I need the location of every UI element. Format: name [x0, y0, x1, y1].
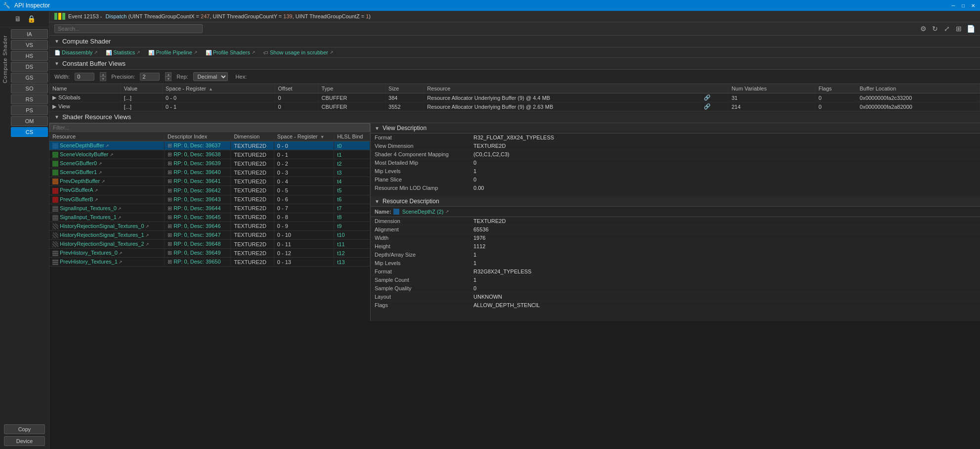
table-row[interactable]: SceneVelocityBuffer ↗ ⊞ RP: 0, Desc: 396…: [49, 150, 370, 159]
srv-desc-link[interactable]: RP: 0, Desc: 39641: [173, 178, 220, 184]
grid-icon[interactable]: ⊞: [954, 24, 963, 33]
srv-resource-link[interactable]: SceneVelocityBuffer: [60, 151, 108, 157]
col-buffer-loc[interactable]: Buffer Location: [856, 84, 980, 93]
srv-resource-link[interactable]: SceneGBuffer1: [60, 169, 97, 175]
srv-desc-link[interactable]: RP: 0, Desc: 39640: [173, 169, 220, 175]
stage-btn-CS[interactable]: CS: [11, 127, 48, 137]
stage-btn-HS[interactable]: HS: [11, 51, 48, 61]
srv-resource-link[interactable]: PrevDepthBuffer: [60, 178, 100, 184]
srv-desc-link[interactable]: RP: 0, Desc: 39639: [173, 160, 220, 166]
col-num-vars[interactable]: Num Variables: [728, 84, 815, 93]
show-usage-link[interactable]: 🏷 Show usage in scrubber ↗: [263, 49, 334, 55]
cbv-resource-cell2[interactable]: Resource Allocator Underlying Buffer (9)…: [424, 102, 700, 111]
device-button[interactable]: Device: [4, 436, 45, 446]
srv-desc-link[interactable]: RP: 0, Desc: 39648: [173, 241, 220, 247]
srv-resource-link[interactable]: PrevGBufferA: [60, 187, 93, 193]
table-row[interactable]: HistoryRejectionSignal_Textures_1 ↗ ⊞ RP…: [49, 230, 370, 239]
table-row[interactable]: ▶SGlobals [...] 0 - 0 0 CBUFFER 384 Reso…: [49, 93, 980, 102]
srv-col-hlsl-bind[interactable]: HLSL Bind: [334, 132, 370, 141]
srv-resource-link[interactable]: PrevHistory_Textures_1: [60, 259, 118, 265]
width-spin-up[interactable]: ▲: [100, 72, 106, 77]
compute-shader-section-header[interactable]: ▼ Compute Shader: [49, 36, 980, 47]
stage-btn-PS[interactable]: PS: [11, 105, 48, 115]
col-name[interactable]: Name: [49, 84, 121, 93]
maximize-button[interactable]: □: [959, 1, 967, 9]
rep-select[interactable]: Decimal Hex Octal Binary: [193, 72, 228, 81]
col-space-register[interactable]: Space - Register ▲: [163, 84, 275, 93]
width-spin-down[interactable]: ▼: [100, 77, 106, 81]
col-resource[interactable]: Resource: [424, 84, 728, 93]
stage-btn-RS[interactable]: RS: [11, 94, 48, 104]
srv-resource-link[interactable]: PrevHistory_Textures_0: [60, 250, 118, 256]
precision-spin-up[interactable]: ▲: [165, 72, 171, 77]
srv-resource-link[interactable]: HistoryRejectionSignal_Textures_0: [60, 223, 144, 229]
table-row[interactable]: PrevHistory_Textures_1 ↗ ⊞ RP: 0, Desc: …: [49, 258, 370, 267]
table-row[interactable]: ▶View [...] 0 - 1 0 CBUFFER 3552 Resourc…: [49, 102, 980, 111]
srv-desc-link[interactable]: RP: 0, Desc: 39645: [173, 214, 220, 220]
stage-btn-IA[interactable]: IA: [11, 29, 48, 39]
cbv-resource-cell[interactable]: Resource Allocator Underlying Buffer (9)…: [424, 93, 700, 102]
doc-icon[interactable]: 📄: [966, 24, 975, 33]
srv-desc-link[interactable]: RP: 0, Desc: 39650: [173, 259, 220, 265]
disassembly-link[interactable]: 📄 Disassembly ↗: [54, 49, 98, 55]
srv-filter-input[interactable]: [49, 123, 370, 132]
srv-desc-link[interactable]: RP: 0, Desc: 39649: [173, 250, 220, 256]
srv-resource-link[interactable]: HistoryRejectionSignal_Textures_1: [60, 232, 144, 238]
srv-resource-link[interactable]: HistoryRejectionSignal_Textures_2: [60, 241, 144, 247]
computer-icon[interactable]: 🖥: [13, 14, 23, 24]
precision-spin-down[interactable]: ▼: [165, 77, 171, 81]
col-flags[interactable]: Flags: [815, 84, 856, 93]
table-row[interactable]: SceneGBuffer0 ↗ ⊞ RP: 0, Desc: 39639 TEX…: [49, 159, 370, 168]
srv-desc-link[interactable]: RP: 0, Desc: 39646: [173, 223, 220, 229]
expand-icon[interactable]: ⤢: [942, 24, 951, 33]
rd-section-header[interactable]: ▼ Resource Description: [371, 196, 980, 207]
col-offset[interactable]: Offset: [275, 84, 318, 93]
stage-btn-SO[interactable]: SO: [11, 84, 48, 93]
srv-desc-link[interactable]: RP: 0, Desc: 39637: [173, 142, 220, 148]
srv-section-header[interactable]: ▼ Shader Resource Views: [49, 111, 980, 123]
srv-desc-link[interactable]: RP: 0, Desc: 39642: [173, 187, 220, 193]
lock-icon[interactable]: 🔒: [27, 14, 37, 24]
main-scroll[interactable]: ▼ Compute Shader 📄 Disassembly ↗ 📊 Stati…: [49, 36, 980, 449]
srv-desc-link[interactable]: RP: 0, Desc: 39638: [173, 151, 220, 157]
srv-resource-link[interactable]: SceneDepthBuffer: [60, 142, 104, 148]
srv-col-dimension[interactable]: Dimension: [231, 132, 274, 141]
srv-col-space-reg[interactable]: Space - Register ▼: [274, 132, 334, 141]
srv-desc-link[interactable]: RP: 0, Desc: 39647: [173, 232, 220, 238]
refresh-icon[interactable]: ↻: [931, 24, 939, 33]
stage-btn-GS[interactable]: GS: [11, 73, 48, 83]
table-row[interactable]: SceneDepthBuffer ↗ ⊞ RP: 0, Desc: 39637 …: [49, 141, 370, 150]
table-row[interactable]: HistoryRejectionSignal_Textures_2 ↗ ⊞ RP…: [49, 240, 370, 249]
table-row[interactable]: PrevDepthBuffer ↗ ⊞ RP: 0, Desc: 39641 T…: [49, 177, 370, 186]
srv-resource-link[interactable]: SceneGBuffer0: [60, 160, 97, 166]
table-row[interactable]: PrevGBufferA ↗ ⊞ RP: 0, Desc: 39642 TEXT…: [49, 186, 370, 195]
col-type[interactable]: Type: [318, 84, 385, 93]
srv-resource-link[interactable]: PrevGBufferB: [60, 196, 93, 202]
width-input[interactable]: [75, 73, 94, 81]
table-row[interactable]: SceneGBuffer1 ↗ ⊞ RP: 0, Desc: 39640 TEX…: [49, 168, 370, 177]
expand-sglobals[interactable]: ▶: [52, 94, 56, 100]
col-size[interactable]: Size: [385, 84, 424, 93]
search-input[interactable]: [54, 24, 203, 33]
srv-col-resource[interactable]: Resource: [49, 132, 165, 141]
table-row[interactable]: SignalInput_Textures_0 ↗ ⊞ RP: 0, Desc: …: [49, 204, 370, 213]
table-row[interactable]: PrevHistory_Textures_0 ↗ ⊞ RP: 0, Desc: …: [49, 249, 370, 258]
stage-btn-DS[interactable]: DS: [11, 62, 48, 72]
statistics-link[interactable]: 📊 Statistics ↗: [106, 49, 140, 55]
copy-button[interactable]: Copy: [4, 424, 45, 434]
table-row[interactable]: PrevGBufferB ↗ ⊞ RP: 0, Desc: 39643 TEXT…: [49, 195, 370, 204]
srv-resource-link[interactable]: SignalInput_Textures_0: [60, 205, 117, 211]
vd-section-header[interactable]: ▼ View Description: [371, 123, 980, 134]
close-button[interactable]: ✕: [969, 1, 977, 9]
precision-input[interactable]: [140, 73, 160, 81]
profile-pipeline-link[interactable]: 📊 Profile Pipeline ↗: [148, 49, 197, 55]
srv-col-desc-index[interactable]: Descriptor Index: [165, 132, 231, 141]
srv-desc-link[interactable]: RP: 0, Desc: 39644: [173, 205, 220, 211]
expand-view[interactable]: ▶: [52, 103, 56, 109]
settings-icon[interactable]: ⚙: [919, 24, 928, 33]
srv-desc-link[interactable]: RP: 0, Desc: 39643: [173, 196, 220, 202]
srv-resource-link[interactable]: SignalInput_Textures_1: [60, 214, 117, 220]
minimize-button[interactable]: ─: [949, 1, 957, 9]
rd-name-value-link[interactable]: SceneDepthZ (2): [402, 209, 444, 215]
table-row[interactable]: HistoryRejectionSignal_Textures_0 ↗ ⊞ RP…: [49, 222, 370, 230]
